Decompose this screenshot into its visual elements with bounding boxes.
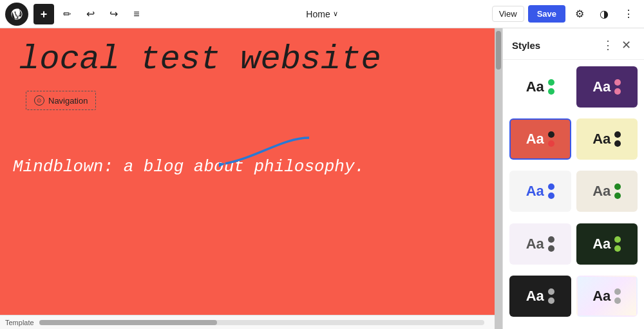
style-aa-text-6: Aa xyxy=(526,236,544,252)
navigation-icon: ⊙ xyxy=(34,95,44,106)
style-dot-top-6 xyxy=(548,236,554,243)
save-button[interactable]: Save xyxy=(528,5,565,23)
style-dot-top-4 xyxy=(548,183,554,190)
navigation-label: Navigation xyxy=(48,96,88,106)
style-card-inner-3: Aa xyxy=(578,120,637,158)
style-aa-text-0: Aa xyxy=(526,79,544,95)
pencil-icon: ✏ xyxy=(63,8,71,20)
style-card-inner-1: Aa xyxy=(578,68,637,106)
styles-panel: Styles ⋮ ✕ AaAaAaAaAaAaAaAaAaAa xyxy=(502,28,644,329)
style-dot-bottom-7 xyxy=(614,245,621,252)
scroll-thumb xyxy=(496,31,501,70)
style-card-inner-0: Aa xyxy=(511,68,570,106)
style-dot-top-2 xyxy=(548,131,554,138)
style-aa-text-3: Aa xyxy=(592,131,611,147)
main-area: local test website ⊙ Navigation Mindblow… xyxy=(0,28,644,329)
style-dots-0 xyxy=(548,79,554,95)
canvas-bottom-bar: Template xyxy=(0,315,495,329)
plus-icon: + xyxy=(41,8,48,20)
style-card-default[interactable]: Aa xyxy=(509,66,571,108)
style-aa-text-4: Aa xyxy=(526,183,544,200)
ellipsis-icon: ⋮ xyxy=(602,38,614,52)
settings-button[interactable]: ⚙ xyxy=(569,4,590,24)
style-aa-text-8: Aa xyxy=(526,288,544,305)
style-card-gradient-light[interactable]: Aa xyxy=(576,276,638,317)
styles-more-button[interactable]: ⋮ xyxy=(599,36,617,54)
styles-panel-header: Styles ⋮ ✕ xyxy=(503,28,644,60)
style-card-blue-text[interactable]: Aa xyxy=(509,171,571,212)
style-card-black-white[interactable]: Aa xyxy=(509,276,571,317)
style-card-inner-7: Aa xyxy=(578,225,637,263)
style-card-red-coral[interactable]: Aa xyxy=(509,118,571,160)
style-dots-3 xyxy=(614,131,621,147)
vertical-scrollbar[interactable] xyxy=(495,28,502,329)
page-name: Home xyxy=(306,9,330,19)
close-icon: ✕ xyxy=(621,38,631,52)
style-card-beige[interactable]: Aa xyxy=(576,171,638,212)
chevron-down-icon: ∨ xyxy=(333,10,338,18)
style-dot-top-5 xyxy=(614,183,621,190)
style-dot-top-0 xyxy=(548,79,554,86)
toolbar: + ✏ ↩ ↪ ≡ Home ∨ View Save ⚙ ◑ ⋮ xyxy=(0,0,644,28)
tools-button[interactable]: ✏ xyxy=(57,4,77,24)
redo-button[interactable]: ↪ xyxy=(103,4,124,24)
style-card-inner-9: Aa xyxy=(578,277,637,315)
style-aa-text-5: Aa xyxy=(592,183,611,200)
style-dot-bottom-8 xyxy=(548,297,554,304)
style-dot-top-7 xyxy=(614,236,621,243)
style-dot-bottom-3 xyxy=(614,140,621,147)
wp-logo-button[interactable] xyxy=(5,3,28,26)
style-dot-top-3 xyxy=(614,131,621,138)
navigation-block[interactable]: ⊙ Navigation xyxy=(26,91,96,110)
styles-close-button[interactable]: ✕ xyxy=(617,36,635,54)
style-dot-top-8 xyxy=(548,288,554,295)
appearance-button[interactable]: ◑ xyxy=(594,4,614,24)
style-dot-bottom-5 xyxy=(614,193,621,199)
add-block-button[interactable]: + xyxy=(33,4,54,24)
style-dot-bottom-9 xyxy=(614,297,621,304)
style-dot-bottom-6 xyxy=(548,245,554,252)
site-tagline: Mindblown: a blog about philosophy. xyxy=(0,117,495,191)
circle-half-icon: ◑ xyxy=(600,8,609,20)
styles-panel-title: Styles xyxy=(512,40,599,51)
style-aa-text-2: Aa xyxy=(526,131,544,147)
style-card-yellow[interactable]: Aa xyxy=(576,118,638,160)
style-card-light-purple[interactable]: Aa xyxy=(509,223,571,265)
style-dots-2 xyxy=(548,131,554,147)
undo-icon: ↩ xyxy=(86,8,95,20)
toolbar-right: View Save ⚙ ◑ ⋮ xyxy=(492,4,639,24)
gear-icon: ⚙ xyxy=(575,8,584,20)
style-card-inner-6: Aa xyxy=(511,225,570,263)
style-dot-top-9 xyxy=(614,288,621,295)
canvas-area: local test website ⊙ Navigation Mindblow… xyxy=(0,28,502,329)
style-dots-7 xyxy=(614,236,621,252)
style-dots-8 xyxy=(548,288,554,304)
style-dot-bottom-2 xyxy=(548,140,554,147)
undo-button[interactable]: ↩ xyxy=(80,4,100,24)
style-dots-6 xyxy=(548,236,554,252)
styles-grid: AaAaAaAaAaAaAaAaAaAa xyxy=(503,60,644,329)
list-view-button[interactable]: ≡ xyxy=(126,4,147,24)
page-title-center: Home ∨ xyxy=(306,9,337,19)
style-card-inner-2: Aa xyxy=(511,120,570,158)
style-dot-top-1 xyxy=(614,79,621,86)
canvas-content: local test website ⊙ Navigation Mindblow… xyxy=(0,28,495,315)
view-button[interactable]: View xyxy=(492,6,524,22)
redo-icon: ↪ xyxy=(109,8,118,20)
style-dot-bottom-0 xyxy=(548,88,554,95)
style-dots-1 xyxy=(614,79,621,95)
style-dot-bottom-1 xyxy=(614,88,621,95)
style-dot-bottom-4 xyxy=(548,193,554,199)
wp-icon xyxy=(10,8,23,21)
style-dots-5 xyxy=(614,183,621,199)
template-label: Template xyxy=(5,319,34,326)
list-icon: ≡ xyxy=(133,8,139,20)
style-card-dark-green[interactable]: Aa xyxy=(576,223,638,265)
style-aa-text-1: Aa xyxy=(592,79,611,95)
options-button[interactable]: ⋮ xyxy=(618,4,639,24)
style-dots-9 xyxy=(614,288,621,304)
site-title: local test website xyxy=(0,28,495,84)
style-card-purple-dark[interactable]: Aa xyxy=(576,66,638,108)
style-dots-4 xyxy=(548,183,554,199)
style-card-inner-4: Aa xyxy=(511,172,570,211)
